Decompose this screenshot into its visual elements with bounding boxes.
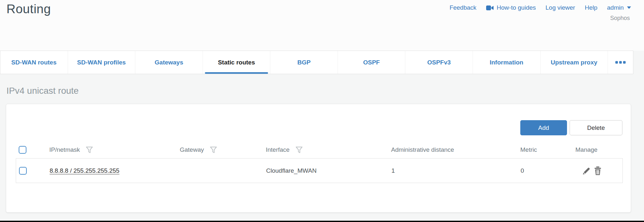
column-label: Administrative distance bbox=[391, 146, 454, 153]
column-header-ip-netmask: IP/netmask bbox=[46, 146, 177, 154]
tab-ospfv3[interactable]: OSPFv3 bbox=[405, 51, 473, 74]
row-checkbox[interactable] bbox=[19, 167, 27, 175]
top-nav: Feedback How-to guides Log viewer Help a… bbox=[449, 4, 631, 11]
select-all-checkbox[interactable] bbox=[19, 146, 26, 154]
caret-down-icon bbox=[627, 6, 631, 9]
column-label: Metric bbox=[520, 146, 537, 153]
column-header-manage: Manage bbox=[572, 146, 623, 153]
tab-upstream-proxy[interactable]: Upstream proxy bbox=[541, 51, 608, 74]
pencil-icon[interactable] bbox=[582, 167, 591, 175]
column-label: Interface bbox=[266, 146, 290, 153]
column-header-gateway: Gateway bbox=[177, 146, 263, 154]
column-header-administrative-distance: Administrative distance bbox=[388, 146, 517, 153]
tab-sd-wan-routes[interactable]: SD-WAN routes bbox=[0, 51, 68, 74]
tab-gateways[interactable]: Gateways bbox=[135, 51, 203, 74]
tab-static-routes[interactable]: Static routes bbox=[203, 51, 271, 74]
static-routes-panel: Add Delete IP/netmask Gateway Interface bbox=[6, 104, 631, 213]
tab-label: OSPF bbox=[363, 59, 380, 66]
row-cell-metric: 0 bbox=[518, 167, 573, 174]
page-title: Routing bbox=[6, 2, 51, 16]
tab-label: BGP bbox=[297, 59, 311, 66]
help-label: Help bbox=[585, 4, 597, 11]
tab-label: Information bbox=[490, 59, 524, 66]
tab-label: SD-WAN routes bbox=[11, 59, 56, 66]
row-checkbox-cell bbox=[16, 167, 47, 175]
video-camera-icon bbox=[486, 5, 494, 11]
ip-netmask-link[interactable]: 8.8.8.8 / 255.255.255.255 bbox=[50, 167, 120, 174]
delete-button[interactable]: Delete bbox=[570, 120, 622, 135]
column-label: Manage bbox=[575, 146, 598, 153]
tab-label: Upstream proxy bbox=[551, 59, 597, 66]
funnel-icon[interactable] bbox=[295, 146, 303, 154]
tab-information[interactable]: Information bbox=[473, 51, 541, 74]
tab-overflow-menu[interactable] bbox=[608, 51, 633, 74]
section-heading: IPv4 unicast route bbox=[6, 86, 79, 96]
tab-label: SD-WAN profiles bbox=[77, 59, 126, 66]
column-header-interface: Interface bbox=[263, 146, 388, 154]
row-cell-manage bbox=[573, 166, 622, 175]
feedback-link-label: Feedback bbox=[449, 4, 476, 11]
admin-menu-label: admin bbox=[607, 4, 624, 11]
how-to-guides-link[interactable]: How-to guides bbox=[486, 4, 536, 11]
funnel-icon[interactable] bbox=[209, 146, 217, 154]
active-tab-indicator bbox=[205, 72, 268, 74]
interface-value: Cloudflare_MWAN bbox=[266, 167, 317, 174]
row-cell-interface: Cloudflare_MWAN bbox=[263, 167, 389, 174]
log-viewer-label: Log viewer bbox=[545, 4, 575, 11]
column-header-metric: Metric bbox=[517, 146, 572, 153]
row-cell-administrative-distance: 1 bbox=[389, 167, 518, 174]
page-header: Routing Feedback How-to guides Log viewe… bbox=[0, 0, 644, 51]
ellipsis-icon bbox=[615, 61, 626, 64]
tab-sd-wan-profiles[interactable]: SD-WAN profiles bbox=[68, 51, 136, 74]
log-viewer-link[interactable]: Log viewer bbox=[545, 4, 575, 11]
table-header: IP/netmask Gateway Interface Administrat… bbox=[16, 141, 623, 158]
tab-label: Gateways bbox=[155, 59, 183, 66]
how-to-guides-label: How-to guides bbox=[497, 4, 536, 11]
row-cell-ip-netmask: 8.8.8.8 / 255.255.255.255 bbox=[47, 167, 177, 174]
tab-ospf[interactable]: OSPF bbox=[338, 51, 406, 74]
tab-label: OSPFv3 bbox=[427, 59, 451, 66]
administrative-distance-value: 1 bbox=[391, 167, 395, 174]
trash-icon[interactable] bbox=[594, 166, 602, 175]
feedback-link[interactable]: Feedback bbox=[449, 4, 476, 11]
admin-menu[interactable]: admin bbox=[607, 4, 631, 11]
header-checkbox-cell bbox=[16, 146, 46, 154]
tab-label: Static routes bbox=[218, 59, 255, 66]
column-label: IP/netmask bbox=[49, 146, 80, 153]
add-button[interactable]: Add bbox=[520, 120, 567, 135]
column-label: Gateway bbox=[180, 146, 204, 153]
help-link[interactable]: Help bbox=[585, 4, 597, 11]
metric-value: 0 bbox=[521, 167, 524, 174]
routing-page: Routing Feedback How-to guides Log viewe… bbox=[0, 0, 644, 222]
routing-tabbar: SD-WAN routes SD-WAN profiles Gateways S… bbox=[0, 51, 633, 74]
tab-bgp[interactable]: BGP bbox=[270, 51, 338, 74]
funnel-icon[interactable] bbox=[85, 146, 93, 154]
table-row: 8.8.8.8 / 255.255.255.255 Cloudflare_MWA… bbox=[16, 158, 623, 183]
brand-label: Sophos bbox=[610, 15, 630, 22]
screen-bottom-edge bbox=[0, 221, 644, 222]
